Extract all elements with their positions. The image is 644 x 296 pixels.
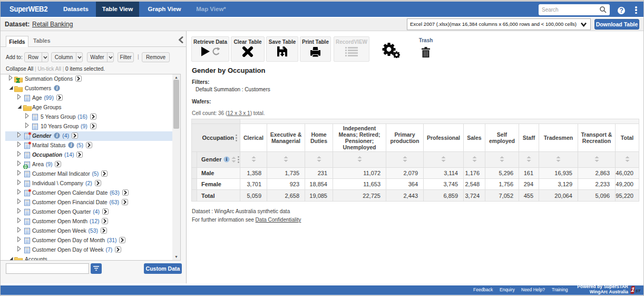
svg-text:i: i	[226, 156, 227, 162]
svg-text:i: i	[71, 142, 72, 148]
svg-text:i: i	[56, 85, 58, 91]
svg-text:i: i	[56, 133, 58, 138]
